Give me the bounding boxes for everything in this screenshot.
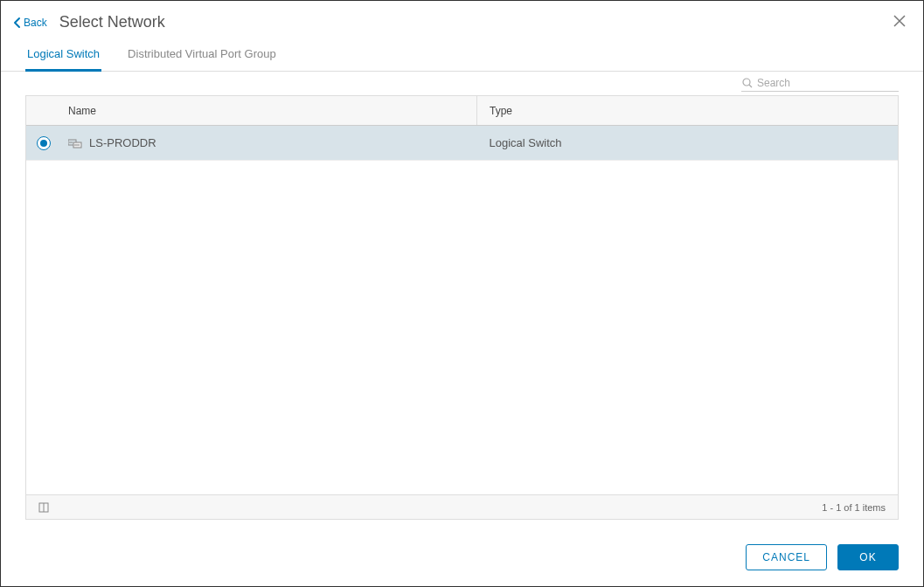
- cancel-button[interactable]: CANCEL: [746, 544, 827, 570]
- select-network-dialog: Back Select Network Logical Switch Distr…: [0, 0, 924, 587]
- row-radio[interactable]: [26, 136, 61, 150]
- chevron-left-icon: [13, 17, 22, 29]
- dialog-header: Back Select Network: [1, 1, 923, 40]
- dialog-footer: CANCEL OK: [1, 520, 923, 586]
- search-row: [1, 72, 923, 95]
- table-body: LS-PRODDR Logical Switch: [26, 126, 898, 494]
- back-label: Back: [24, 17, 47, 29]
- content: Name Type: [1, 95, 923, 520]
- col-header-type[interactable]: Type: [477, 96, 898, 125]
- table-footer: 1 - 1 of 1 items: [26, 494, 898, 519]
- logical-switch-icon: [68, 137, 82, 149]
- svg-point-0: [743, 79, 750, 86]
- search-icon: [741, 77, 754, 89]
- col-header-name[interactable]: Name: [61, 96, 477, 125]
- column-toggle-button[interactable]: [38, 502, 49, 513]
- tabs: Logical Switch Distributed Virtual Port …: [1, 40, 923, 72]
- close-icon: [892, 13, 907, 29]
- row-name: LS-PRODDR: [89, 136, 156, 149]
- back-button[interactable]: Back: [13, 17, 47, 29]
- columns-icon: [38, 502, 49, 513]
- search-box: [741, 75, 899, 92]
- ok-button[interactable]: OK: [837, 544, 899, 570]
- search-input[interactable]: [757, 75, 899, 91]
- radio-button-icon: [37, 136, 51, 150]
- dialog-title: Select Network: [59, 13, 165, 31]
- tab-distributed-virtual-port-group[interactable]: Distributed Virtual Port Group: [126, 40, 278, 72]
- table-header: Name Type: [26, 96, 898, 126]
- row-type: Logical Switch: [477, 136, 899, 149]
- svg-line-1: [749, 85, 752, 87]
- tab-logical-switch[interactable]: Logical Switch: [25, 40, 101, 72]
- close-button[interactable]: [892, 13, 907, 29]
- network-table: Name Type: [25, 95, 899, 520]
- row-name-cell: LS-PRODDR: [61, 136, 477, 149]
- pagination-status: 1 - 1 of 1 items: [822, 502, 886, 513]
- table-row[interactable]: LS-PRODDR Logical Switch: [26, 126, 898, 161]
